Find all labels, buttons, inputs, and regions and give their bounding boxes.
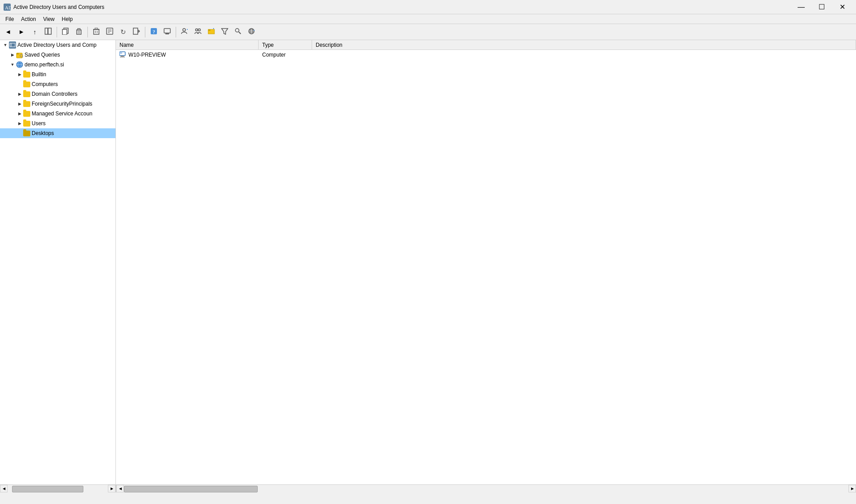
desktops-expand[interactable]: ▶ bbox=[16, 130, 23, 137]
showhide-button[interactable] bbox=[42, 26, 54, 38]
tree-desktops[interactable]: ▶ Desktops bbox=[0, 128, 115, 138]
change-domain-button[interactable] bbox=[245, 26, 258, 38]
saved-queries-label: Saved Queries bbox=[25, 52, 60, 58]
list-item[interactable]: W10-PREVIEW Computer bbox=[116, 50, 856, 60]
svg-rect-50 bbox=[16, 53, 19, 54]
tree-scroll-thumb[interactable] bbox=[12, 486, 83, 492]
up-icon: ↑ bbox=[33, 29, 37, 36]
new-group-button[interactable] bbox=[192, 26, 204, 38]
content-scroll-right-arrow[interactable]: ▶ bbox=[848, 485, 856, 492]
new-ou-button[interactable] bbox=[205, 26, 218, 38]
delete-button[interactable] bbox=[90, 26, 103, 38]
menu-view[interactable]: View bbox=[40, 15, 58, 23]
svg-rect-59 bbox=[121, 56, 124, 57]
filter-options-button[interactable] bbox=[218, 26, 231, 38]
content-scroll-track[interactable] bbox=[124, 485, 848, 492]
toolbar-sep-3 bbox=[145, 27, 145, 37]
content-list: W10-PREVIEW Computer bbox=[116, 50, 856, 484]
computers-folder-icon bbox=[23, 81, 30, 88]
close-button[interactable]: ✕ bbox=[832, 0, 852, 14]
menu-file[interactable]: File bbox=[2, 15, 17, 23]
tree-builtin[interactable]: ▶ Builtin bbox=[0, 70, 115, 79]
tree-scroll-left-arrow[interactable]: ◀ bbox=[0, 485, 8, 492]
menu-help[interactable]: Help bbox=[58, 15, 77, 23]
svg-text:?: ? bbox=[153, 29, 156, 34]
svg-point-31 bbox=[198, 29, 201, 31]
tree-users[interactable]: ▶ Users bbox=[0, 119, 115, 128]
domain-expand[interactable]: ▼ bbox=[9, 61, 16, 68]
minimize-button[interactable]: — bbox=[791, 0, 811, 14]
showhide-icon bbox=[45, 28, 52, 36]
toolbar-sep-4 bbox=[176, 27, 176, 37]
svg-rect-7 bbox=[78, 29, 80, 30]
col-header-type[interactable]: Type bbox=[259, 40, 312, 49]
new-ou-icon bbox=[208, 28, 215, 36]
content-scrollbar[interactable]: ◀ ▶ bbox=[116, 485, 856, 492]
find-button[interactable] bbox=[232, 26, 244, 38]
copy-icon bbox=[62, 28, 69, 36]
tree-domain[interactable]: ▼ demo.perftech.si bbox=[0, 60, 115, 70]
window-controls: — ☐ ✕ bbox=[791, 0, 852, 14]
saved-queries-expand[interactable]: ▶ bbox=[9, 51, 16, 58]
svg-rect-33 bbox=[208, 29, 210, 31]
forward-button[interactable]: ▶ bbox=[15, 26, 28, 38]
builtin-expand[interactable]: ▶ bbox=[16, 71, 23, 78]
tree-panel: ▼ Active Directory Users and Comp ▶ bbox=[0, 40, 116, 484]
svg-rect-3 bbox=[48, 28, 51, 34]
tree-root[interactable]: ▼ Active Directory Users and Comp bbox=[0, 40, 115, 50]
refresh-button[interactable]: ↻ bbox=[117, 26, 129, 38]
col-header-description[interactable]: Description bbox=[312, 40, 856, 49]
new-user-button[interactable] bbox=[178, 26, 191, 38]
svg-marker-36 bbox=[222, 29, 228, 34]
paste-button[interactable] bbox=[73, 26, 85, 38]
tree-domain-controllers[interactable]: ▶ Domain Controllers bbox=[0, 89, 115, 99]
properties-button[interactable] bbox=[103, 26, 116, 38]
content-scroll-left-arrow[interactable]: ◀ bbox=[116, 485, 124, 492]
main-content: ▼ Active Directory Users and Comp ▶ bbox=[0, 40, 856, 484]
desktops-folder-icon bbox=[23, 130, 30, 137]
mmc-console-button[interactable] bbox=[161, 26, 173, 38]
users-label: Users bbox=[32, 120, 45, 127]
help-button[interactable]: ? bbox=[148, 26, 160, 38]
paste-icon bbox=[75, 28, 82, 36]
menu-action[interactable]: Action bbox=[17, 15, 39, 23]
saved-queries-icon bbox=[16, 51, 23, 58]
svg-line-38 bbox=[239, 32, 241, 34]
maximize-button[interactable]: ☐ bbox=[811, 0, 832, 14]
window-icon: AD bbox=[4, 4, 11, 11]
svg-rect-2 bbox=[45, 28, 48, 34]
tree-computers[interactable]: ▶ Computers bbox=[0, 79, 115, 89]
domain-icon bbox=[16, 61, 23, 68]
tree-scrollbar[interactable]: ◀ ▶ bbox=[0, 485, 116, 492]
back-icon: ◀ bbox=[6, 29, 10, 35]
tree-saved-queries[interactable]: ▶ Saved Queries bbox=[0, 50, 115, 60]
status-bar bbox=[0, 492, 856, 502]
foreign-security-expand[interactable]: ▶ bbox=[16, 100, 23, 107]
content-panel: Name Type Description bbox=[116, 40, 856, 484]
svg-point-37 bbox=[235, 29, 239, 32]
back-button[interactable]: ◀ bbox=[2, 26, 14, 38]
domain-controllers-expand[interactable]: ▶ bbox=[16, 90, 23, 98]
tree-foreign-security[interactable]: ▶ ForeignSecurityPrincipals bbox=[0, 99, 115, 109]
content-scroll-thumb[interactable] bbox=[124, 486, 258, 492]
root-expand[interactable]: ▼ bbox=[2, 41, 9, 49]
svg-rect-24 bbox=[165, 33, 169, 34]
list-item-type: Computer bbox=[259, 52, 312, 58]
title-bar: AD Active Directory Users and Computers … bbox=[0, 0, 856, 14]
tree-scroll-right-arrow[interactable]: ▶ bbox=[108, 485, 115, 492]
tree-scroll-track[interactable] bbox=[8, 485, 108, 492]
tree-managed-service[interactable]: ▶ Managed Service Accoun bbox=[0, 109, 115, 119]
root-label: Active Directory Users and Comp bbox=[17, 42, 96, 48]
computers-expand[interactable]: ▶ bbox=[16, 81, 23, 88]
export-button[interactable] bbox=[130, 26, 143, 38]
list-item-name-cell: W10-PREVIEW bbox=[116, 51, 259, 58]
svg-rect-23 bbox=[164, 29, 170, 33]
users-expand[interactable]: ▶ bbox=[16, 120, 23, 127]
up-button[interactable]: ↑ bbox=[29, 26, 41, 38]
svg-point-30 bbox=[196, 29, 198, 31]
col-header-name[interactable]: Name bbox=[116, 40, 259, 49]
computer-item-icon bbox=[119, 51, 127, 58]
copy-button[interactable] bbox=[59, 26, 72, 38]
column-header-row: Name Type Description bbox=[116, 40, 856, 50]
managed-service-expand[interactable]: ▶ bbox=[16, 110, 23, 117]
